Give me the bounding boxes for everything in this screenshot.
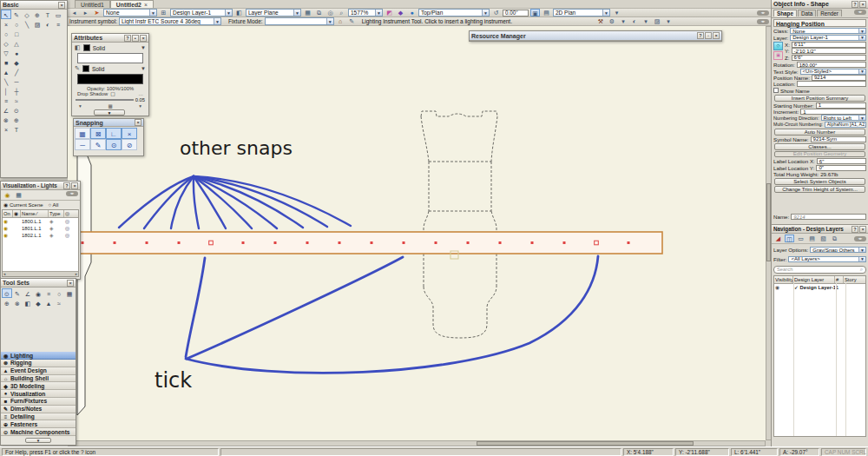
snapping-titlebar[interactable]: Snapping × [74,119,143,127]
cable-tool-icon[interactable]: ≈ [54,298,64,307]
class-select[interactable]: None▼ [790,28,866,34]
close-icon[interactable]: × [67,280,74,287]
go-to-view-icon[interactable]: ➤ [92,9,102,17]
object-info-titlebar[interactable]: Object Info - Shape ? × [772,0,868,9]
pen-color-swatch[interactable] [82,65,89,72]
help-icon[interactable]: ? [852,226,858,233]
tab-render[interactable]: Render [817,10,842,17]
zoom-select[interactable]: 1577%▼ [348,9,383,17]
radio-current-scene[interactable]: ◉ Current Scene [3,202,43,208]
help-icon[interactable]: ? [63,182,70,189]
collapse-toolbar-button[interactable]: ◂▸ [757,19,769,24]
drawing-canvas[interactable]: other snaps tick [68,26,766,440]
snap-distance-icon[interactable]: ─ [75,139,90,150]
chevron-down-icon[interactable]: ▾ [663,17,673,25]
fill-tool-icon[interactable]: ■ [1,57,11,67]
change-trim-height-button[interactable]: Change Trim Height of System... [774,186,865,193]
tool-set-fasteners[interactable]: ⊕Fasteners [1,420,76,428]
snap-tick[interactable] [371,241,373,244]
symbol-name-field[interactable]: 9214-Sym [811,136,866,142]
forward-arrow-icon[interactable]: ▸ [81,9,90,17]
collapse-panel-button[interactable]: ◂▸ [854,10,866,15]
magnifier-icon[interactable]: ⌕ [337,9,346,17]
circle-tool-icon[interactable]: ○ [11,19,22,29]
lights-hscrollbar[interactable]: ◂▸ [3,271,78,276]
render-mode-select[interactable]: 2D Plan▼ [553,9,610,17]
navigation-titlebar[interactable]: Navigation - Design Layers ? × [772,225,868,234]
ortho-toggle-icon[interactable]: ▣ [530,9,540,17]
bridle-tool-icon[interactable]: ⊗ [12,298,23,307]
trim-tool-icon[interactable]: × [1,124,11,134]
arc-tool-icon[interactable]: ◐ [43,19,53,29]
square-tool-icon[interactable]: □ [11,29,22,38]
move-tool-icon[interactable]: ⊕ [32,10,43,19]
coordinate-mode-icon[interactable]: ◇ [773,42,783,50]
text-tool-icon[interactable]: T [43,10,53,19]
pen-icon[interactable]: ✎ [75,65,80,72]
name-field[interactable]: 9214 [791,214,866,220]
hline-tool-icon[interactable]: ─ [11,76,22,86]
saved-views-select[interactable]: None▼ [103,9,157,17]
snap-smart-point-icon[interactable]: ✎ [90,139,106,150]
lighting-pipe-tool-icon[interactable]: ∠ [23,288,33,298]
chevron-down-icon[interactable]: ▾ [641,17,650,25]
view-select[interactable]: Top/Plan▼ [418,9,490,17]
tool-set-visualization[interactable]: ●Visualization [1,390,76,398]
label-location-x-field[interactable]: 6" [817,158,866,164]
snap-tick[interactable] [114,241,116,244]
lights-titlebar[interactable]: Visualization - Lights ? × [1,182,80,190]
pen-preview[interactable] [77,74,143,84]
view-mode-references-icon[interactable]: ⧉ [830,235,839,242]
chevron-down-icon[interactable]: ▾ [139,103,141,109]
light-row[interactable]: ◉ 1800.L.1 ◈◎ [3,218,78,225]
pen-tool-icon[interactable]: ✎ [11,10,22,19]
horizontal-scrollbar-thumb[interactable] [477,441,694,446]
dot-tool-icon[interactable]: ● [11,48,22,57]
lighting-instrument-tool-icon[interactable]: ⊙ [2,288,12,298]
tool-set-building-shell[interactable]: ⌂Building Shell [1,375,76,383]
tool-set-event-design[interactable]: ▲Event Design [1,367,76,375]
snap-tick[interactable] [403,241,405,244]
speaker-tool-icon[interactable]: ▲ [43,298,54,307]
resource-manager-titlebar[interactable]: Resource Manager ? ◦ × [470,31,721,41]
line-weight-slider[interactable] [76,99,134,101]
close-tab-icon[interactable]: × [144,2,148,8]
collapse-palette-button[interactable]: ◂▸ [66,191,78,196]
attributes-collapse-chevron[interactable]: ▼ [94,109,125,116]
chevron-down-icon[interactable]: ▼ [141,66,146,71]
rotation-field[interactable]: 180.00° [797,62,866,68]
starting-number-field[interactable]: 1 [816,102,866,109]
hatch-tool-icon[interactable]: ▨ [32,19,43,29]
softgoods-tool-icon[interactable]: ○ [54,288,64,298]
tool-set-machine-components[interactable]: ⊙Machine Components [1,428,76,436]
help-icon[interactable]: ? [697,32,704,39]
edit-symbol-icon[interactable]: ✎ [347,17,357,25]
tool-set-dims-notes[interactable]: ✎Dims/Notes [1,406,76,413]
layer-select[interactable]: Design Layer-1▼ [790,35,866,41]
screen-tool-icon[interactable]: ◧ [23,298,33,307]
close-icon[interactable]: × [859,226,866,233]
snap-tick[interactable] [435,241,437,244]
tool-sets-collapse-chevron[interactable]: ▼ [25,438,51,443]
auto-number-button[interactable]: Auto Number [774,129,865,135]
video-tool-icon[interactable]: ◆ [33,298,43,307]
spot-tool-icon[interactable]: ◉ [33,288,43,298]
label-location-y-field[interactable]: 0" [816,165,866,171]
view-mode-viewports-icon[interactable]: ▤ [807,235,817,242]
snap-tick[interactable] [499,241,502,244]
view-mode-saved-views-icon[interactable]: ▧ [819,235,828,242]
copy-icon[interactable]: ⧉ [314,9,324,17]
tool-set-furn-fixtures[interactable]: ■Furn/Fixtures [1,398,76,406]
freehand-tool-icon[interactable]: ≈ [11,96,22,105]
focus-point-tool-icon[interactable]: ✎ [12,288,23,298]
layer-search-input[interactable]: Search ⌕ [773,266,866,274]
classes-button[interactable]: Classes... [774,143,865,150]
radio-all[interactable]: ○ All [49,202,59,208]
texture-icon[interactable]: ▨ [652,17,661,25]
instrument-symbol-select[interactable]: Light Instr ETC Source 4 36deg▼ [119,17,221,25]
clip-tool-icon[interactable]: ⊗ [1,115,11,124]
tool-sets-titlebar[interactable]: Tool Sets × [1,279,76,287]
shape-tool-icon[interactable]: ◇ [22,10,32,19]
fill-bucket-icon[interactable]: ◧ [75,44,81,51]
pin-icon[interactable]: ▪ [132,35,139,42]
